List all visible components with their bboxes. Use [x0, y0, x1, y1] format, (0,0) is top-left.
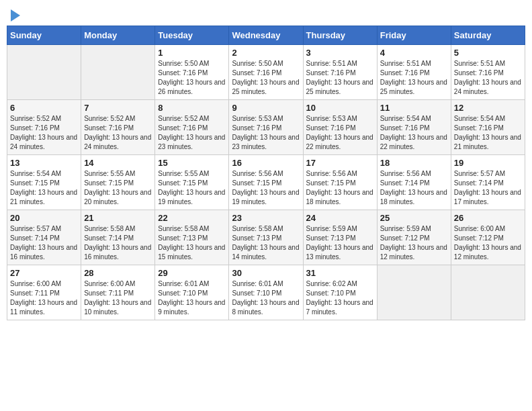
day-cell: 7Sunrise: 5:52 AM Sunset: 7:16 PM Daylig…	[81, 100, 155, 155]
day-number: 3	[306, 48, 374, 58]
day-info: Sunrise: 5:55 AM Sunset: 7:15 PM Dayligh…	[84, 169, 152, 207]
day-cell: 10Sunrise: 5:53 AM Sunset: 7:16 PM Dayli…	[303, 100, 377, 155]
day-cell: 11Sunrise: 5:54 AM Sunset: 7:16 PM Dayli…	[377, 100, 451, 155]
day-number: 9	[232, 103, 300, 113]
day-info: Sunrise: 6:00 AM Sunset: 7:12 PM Dayligh…	[454, 224, 522, 262]
day-cell: 26Sunrise: 6:00 AM Sunset: 7:12 PM Dayli…	[451, 210, 525, 265]
day-number: 19	[454, 158, 522, 168]
day-number: 31	[306, 268, 374, 278]
day-number: 16	[232, 158, 300, 168]
day-cell: 21Sunrise: 5:58 AM Sunset: 7:14 PM Dayli…	[81, 210, 155, 265]
day-number: 22	[158, 213, 226, 223]
day-info: Sunrise: 5:58 AM Sunset: 7:14 PM Dayligh…	[84, 224, 152, 262]
day-cell: 14Sunrise: 5:55 AM Sunset: 7:15 PM Dayli…	[81, 155, 155, 210]
day-number: 14	[84, 158, 152, 168]
day-cell: 4Sunrise: 5:51 AM Sunset: 7:16 PM Daylig…	[377, 45, 451, 100]
day-cell: 22Sunrise: 5:58 AM Sunset: 7:13 PM Dayli…	[155, 210, 229, 265]
logo	[9, 7, 20, 20]
day-number: 20	[10, 213, 78, 223]
day-info: Sunrise: 5:56 AM Sunset: 7:14 PM Dayligh…	[380, 169, 448, 207]
column-header-thursday: Thursday	[303, 26, 377, 45]
day-info: Sunrise: 6:01 AM Sunset: 7:10 PM Dayligh…	[232, 279, 300, 317]
column-header-friday: Friday	[377, 26, 451, 45]
day-cell: 2Sunrise: 5:50 AM Sunset: 7:16 PM Daylig…	[229, 45, 303, 100]
day-info: Sunrise: 5:57 AM Sunset: 7:14 PM Dayligh…	[10, 224, 78, 262]
day-cell: 24Sunrise: 5:59 AM Sunset: 7:13 PM Dayli…	[303, 210, 377, 265]
day-info: Sunrise: 5:54 AM Sunset: 7:16 PM Dayligh…	[454, 114, 522, 152]
day-cell: 29Sunrise: 6:01 AM Sunset: 7:10 PM Dayli…	[155, 265, 229, 320]
day-cell: 9Sunrise: 5:53 AM Sunset: 7:16 PM Daylig…	[229, 100, 303, 155]
day-cell: 15Sunrise: 5:55 AM Sunset: 7:15 PM Dayli…	[155, 155, 229, 210]
day-number: 25	[380, 213, 448, 223]
day-number: 13	[10, 158, 78, 168]
calendar-header-row: SundayMondayTuesdayWednesdayThursdayFrid…	[7, 26, 525, 45]
column-header-saturday: Saturday	[451, 26, 525, 45]
day-number: 18	[380, 158, 448, 168]
day-number: 21	[84, 213, 152, 223]
day-number: 10	[306, 103, 374, 113]
day-cell	[81, 45, 155, 100]
day-info: Sunrise: 5:59 AM Sunset: 7:12 PM Dayligh…	[380, 224, 448, 262]
day-cell	[7, 45, 81, 100]
day-number: 12	[454, 103, 522, 113]
day-number: 15	[158, 158, 226, 168]
day-cell: 17Sunrise: 5:56 AM Sunset: 7:15 PM Dayli…	[303, 155, 377, 210]
column-header-sunday: Sunday	[7, 26, 81, 45]
day-info: Sunrise: 5:56 AM Sunset: 7:15 PM Dayligh…	[306, 169, 374, 207]
day-cell: 12Sunrise: 5:54 AM Sunset: 7:16 PM Dayli…	[451, 100, 525, 155]
calendar-table: SundayMondayTuesdayWednesdayThursdayFrid…	[7, 26, 525, 320]
column-header-wednesday: Wednesday	[229, 26, 303, 45]
day-cell: 18Sunrise: 5:56 AM Sunset: 7:14 PM Dayli…	[377, 155, 451, 210]
day-number: 24	[306, 213, 374, 223]
week-row-4: 20Sunrise: 5:57 AM Sunset: 7:14 PM Dayli…	[7, 210, 525, 265]
day-info: Sunrise: 5:56 AM Sunset: 7:15 PM Dayligh…	[232, 169, 300, 207]
day-cell: 16Sunrise: 5:56 AM Sunset: 7:15 PM Dayli…	[229, 155, 303, 210]
day-number: 17	[306, 158, 374, 168]
day-number: 2	[232, 48, 300, 58]
day-info: Sunrise: 5:52 AM Sunset: 7:16 PM Dayligh…	[10, 114, 78, 152]
day-cell: 30Sunrise: 6:01 AM Sunset: 7:10 PM Dayli…	[229, 265, 303, 320]
column-header-monday: Monday	[81, 26, 155, 45]
day-info: Sunrise: 5:51 AM Sunset: 7:16 PM Dayligh…	[454, 59, 522, 97]
day-info: Sunrise: 5:55 AM Sunset: 7:15 PM Dayligh…	[158, 169, 226, 207]
day-cell: 28Sunrise: 6:00 AM Sunset: 7:11 PM Dayli…	[81, 265, 155, 320]
day-cell: 1Sunrise: 5:50 AM Sunset: 7:16 PM Daylig…	[155, 45, 229, 100]
week-row-1: 1Sunrise: 5:50 AM Sunset: 7:16 PM Daylig…	[7, 45, 525, 100]
day-info: Sunrise: 5:59 AM Sunset: 7:13 PM Dayligh…	[306, 224, 374, 262]
day-cell: 6Sunrise: 5:52 AM Sunset: 7:16 PM Daylig…	[7, 100, 81, 155]
day-number: 27	[10, 268, 78, 278]
day-info: Sunrise: 5:57 AM Sunset: 7:14 PM Dayligh…	[454, 169, 522, 207]
day-info: Sunrise: 5:50 AM Sunset: 7:16 PM Dayligh…	[232, 59, 300, 97]
day-info: Sunrise: 5:50 AM Sunset: 7:16 PM Dayligh…	[158, 59, 226, 97]
day-cell: 8Sunrise: 5:52 AM Sunset: 7:16 PM Daylig…	[155, 100, 229, 155]
week-row-3: 13Sunrise: 5:54 AM Sunset: 7:15 PM Dayli…	[7, 155, 525, 210]
day-number: 28	[84, 268, 152, 278]
week-row-2: 6Sunrise: 5:52 AM Sunset: 7:16 PM Daylig…	[7, 100, 525, 155]
day-cell: 20Sunrise: 5:57 AM Sunset: 7:14 PM Dayli…	[7, 210, 81, 265]
day-info: Sunrise: 5:51 AM Sunset: 7:16 PM Dayligh…	[380, 59, 448, 97]
day-info: Sunrise: 5:58 AM Sunset: 7:13 PM Dayligh…	[232, 224, 300, 262]
day-info: Sunrise: 5:54 AM Sunset: 7:15 PM Dayligh…	[10, 169, 78, 207]
logo-arrow	[11, 9, 20, 21]
day-cell	[377, 265, 451, 320]
day-info: Sunrise: 5:52 AM Sunset: 7:16 PM Dayligh…	[158, 114, 226, 152]
day-cell	[451, 265, 525, 320]
column-header-tuesday: Tuesday	[155, 26, 229, 45]
day-number: 1	[158, 48, 226, 58]
day-info: Sunrise: 5:53 AM Sunset: 7:16 PM Dayligh…	[232, 114, 300, 152]
day-info: Sunrise: 5:51 AM Sunset: 7:16 PM Dayligh…	[306, 59, 374, 97]
day-cell: 19Sunrise: 5:57 AM Sunset: 7:14 PM Dayli…	[451, 155, 525, 210]
day-info: Sunrise: 5:52 AM Sunset: 7:16 PM Dayligh…	[84, 114, 152, 152]
day-number: 11	[380, 103, 448, 113]
day-number: 8	[158, 103, 226, 113]
day-info: Sunrise: 6:00 AM Sunset: 7:11 PM Dayligh…	[10, 279, 78, 317]
day-number: 5	[454, 48, 522, 58]
day-info: Sunrise: 5:54 AM Sunset: 7:16 PM Dayligh…	[380, 114, 448, 152]
day-number: 6	[10, 103, 78, 113]
day-info: Sunrise: 6:00 AM Sunset: 7:11 PM Dayligh…	[84, 279, 152, 317]
day-number: 23	[232, 213, 300, 223]
week-row-5: 27Sunrise: 6:00 AM Sunset: 7:11 PM Dayli…	[7, 265, 525, 320]
day-info: Sunrise: 5:58 AM Sunset: 7:13 PM Dayligh…	[158, 224, 226, 262]
day-number: 4	[380, 48, 448, 58]
day-number: 7	[84, 103, 152, 113]
